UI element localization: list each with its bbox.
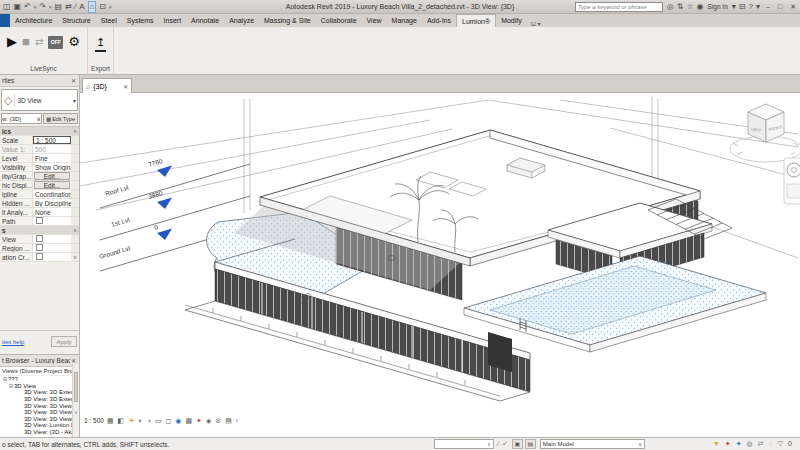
- title-icon[interactable]: ▾: [732, 2, 736, 12]
- status-button[interactable]: ▤: [525, 439, 536, 449]
- off-toggle[interactable]: OFF: [48, 36, 63, 49]
- title-icon[interactable]: ◎: [667, 2, 674, 12]
- tree-item[interactable]: ⊟ 3D View: [0, 383, 79, 390]
- view-control-icon[interactable]: ▭: [155, 417, 162, 425]
- tree-item[interactable]: ⊟ ???: [0, 376, 79, 383]
- view-control-icon[interactable]: ▩: [185, 417, 192, 425]
- qat-icon[interactable]: ▾: [109, 2, 112, 12]
- status-icon[interactable]: ✦: [725, 440, 731, 448]
- status-icon[interactable]: ◌: [769, 440, 773, 448]
- property-row[interactable]: Level Fine: [0, 154, 79, 163]
- property-row[interactable]: Region ...: [0, 244, 79, 253]
- status-icon[interactable]: ▽: [778, 440, 783, 448]
- tree-item[interactable]: 3D View: 3D View 1: [0, 402, 79, 409]
- qat-icon[interactable]: ↶: [24, 2, 31, 12]
- stop-icon[interactable]: ■: [22, 35, 30, 49]
- status-icon[interactable]: ✦: [736, 440, 742, 448]
- title-icon[interactable]: ?: [749, 2, 753, 12]
- qat-icon[interactable]: ◫: [3, 2, 11, 12]
- ribbon-tab[interactable]: Collaborate: [316, 14, 362, 27]
- instance-selector[interactable]: w: {3D} ∨: [1, 113, 42, 124]
- title-icon[interactable]: ◉: [697, 2, 704, 12]
- 3d-model-view[interactable]: 7760 3880 0 Roof Lvl 1st Lvl Ground Lvl: [80, 93, 800, 426]
- view-control-icon[interactable]: ▦: [107, 417, 114, 425]
- qat-icon[interactable]: ∕: [75, 2, 76, 12]
- view-control-icon[interactable]: ◉: [175, 417, 181, 425]
- view-control-icon[interactable]: ◈: [206, 417, 211, 425]
- gear-icon[interactable]: ⚙: [68, 35, 80, 49]
- chevron-down-icon[interactable]: ∨: [37, 115, 41, 122]
- workset-dropdown[interactable]: ∨: [434, 439, 494, 449]
- title-icon[interactable]: ⊟: [739, 2, 746, 12]
- qat-icon[interactable]: ▾: [34, 2, 37, 12]
- view-tab-3d[interactable]: ⌂ {3D} ✕: [82, 78, 132, 93]
- tree-item[interactable]: 3D View: 3D View 3: [0, 416, 79, 423]
- ribbon-tab[interactable]: Architecture: [10, 14, 57, 27]
- ribbon-tab[interactable]: Lumion®: [456, 14, 496, 27]
- ribbon-tab[interactable]: Steel: [96, 14, 122, 27]
- view-control-icon[interactable]: ▤: [225, 417, 232, 425]
- browser-close-icon[interactable]: ✕: [70, 357, 77, 364]
- navigation-bar[interactable]: [784, 158, 800, 204]
- view-control-icon[interactable]: ✦: [196, 417, 202, 425]
- status-icon[interactable]: ◍: [747, 440, 753, 448]
- ribbon-tab[interactable]: Massing & Site: [259, 14, 316, 27]
- workset-icon[interactable]: ∕: [498, 440, 499, 448]
- ribbon-tab[interactable]: Systems: [122, 14, 159, 27]
- ribbon-tab[interactable]: Manage: [387, 14, 422, 27]
- property-row[interactable]: Value 1: 500: [0, 145, 79, 154]
- sync-icon[interactable]: ⇄: [35, 35, 43, 49]
- ribbon-tab[interactable]: Insert: [159, 14, 187, 27]
- property-row[interactable]: Path: [0, 217, 79, 226]
- tree-item[interactable]: 3D View: 3D Exterior: [0, 396, 79, 403]
- view-control-icon[interactable]: ‹: [236, 417, 238, 425]
- view-control-icon[interactable]: ◑: [147, 417, 151, 425]
- property-row[interactable]: hic Displ... Edit...: [0, 181, 79, 190]
- tree-item[interactable]: 3D View: Lumion Exp: [0, 422, 79, 429]
- view-control-icon[interactable]: ⊘: [215, 417, 221, 425]
- scale-control[interactable]: 1 : 500: [84, 417, 104, 424]
- type-selector[interactable]: ◇ 3D View ▾: [1, 89, 78, 111]
- property-row[interactable]: Scale 1 : 500: [0, 136, 79, 145]
- qat-icon[interactable]: ⇄: [65, 2, 72, 12]
- property-row[interactable]: Hidden ... By Discipline: [0, 199, 79, 208]
- status-icon[interactable]: ▼: [713, 440, 720, 448]
- file-menu-button[interactable]: [0, 14, 10, 27]
- tree-item[interactable]: 3D View: 3D Exterior: [0, 389, 79, 396]
- qat-icon[interactable]: A: [79, 2, 84, 12]
- ribbon-tab[interactable]: Analyze: [224, 14, 259, 27]
- view-control-icon[interactable]: ◧: [118, 417, 125, 425]
- drawing-canvas[interactable]: 7760 3880 0 Roof Lvl 1st Lvl Ground Lvl: [80, 93, 800, 426]
- ribbon-tab[interactable]: Add-Ins: [422, 14, 456, 27]
- ribbon-tab[interactable]: Annotate: [186, 14, 224, 27]
- ribbon-tab[interactable]: Modify: [496, 14, 527, 27]
- title-icon[interactable]: ☆: [686, 2, 693, 12]
- property-row[interactable]: ics ∧: [0, 127, 79, 136]
- minimize-button[interactable]: –: [764, 3, 772, 10]
- qat-icon[interactable]: ⊡: [99, 2, 106, 12]
- property-row[interactable]: s ∧: [0, 226, 79, 235]
- apply-button[interactable]: Apply: [51, 336, 77, 347]
- property-row[interactable]: ipline Coordination: [0, 190, 79, 199]
- properties-help-link[interactable]: ties help: [2, 339, 24, 345]
- search-input[interactable]: Type a keyword or phrase: [575, 2, 663, 12]
- view-control-icon[interactable]: ☀: [128, 417, 134, 425]
- view-control-icon[interactable]: ◐: [138, 417, 142, 425]
- property-row[interactable]: Visibility Show Original: [0, 163, 79, 172]
- ribbon-options-icon[interactable]: ⊡ ▾: [527, 20, 545, 27]
- tab-close-icon[interactable]: ✕: [123, 83, 128, 90]
- play-icon[interactable]: ▶: [7, 35, 17, 49]
- property-row[interactable]: View: [0, 235, 79, 244]
- property-row[interactable]: lt Analy... None: [0, 208, 79, 217]
- title-icon[interactable]: ▾: [756, 2, 760, 12]
- tree-item[interactable]: 3D View: {3D - Akansh: [0, 429, 79, 436]
- chevron-down-icon[interactable]: ▾: [73, 97, 77, 104]
- ribbon-tab[interactable]: View: [362, 14, 387, 27]
- qat-icon[interactable]: ↷: [39, 2, 46, 12]
- qat-icon[interactable]: ▣: [14, 2, 22, 12]
- view-control-icon[interactable]: ◻: [166, 417, 172, 425]
- qat-icon[interactable]: ▾: [49, 2, 52, 12]
- maximize-button[interactable]: □: [776, 3, 784, 10]
- ribbon-tab[interactable]: Structure: [57, 14, 95, 27]
- tree-item[interactable]: 3D View: 3D View 2: [0, 409, 79, 416]
